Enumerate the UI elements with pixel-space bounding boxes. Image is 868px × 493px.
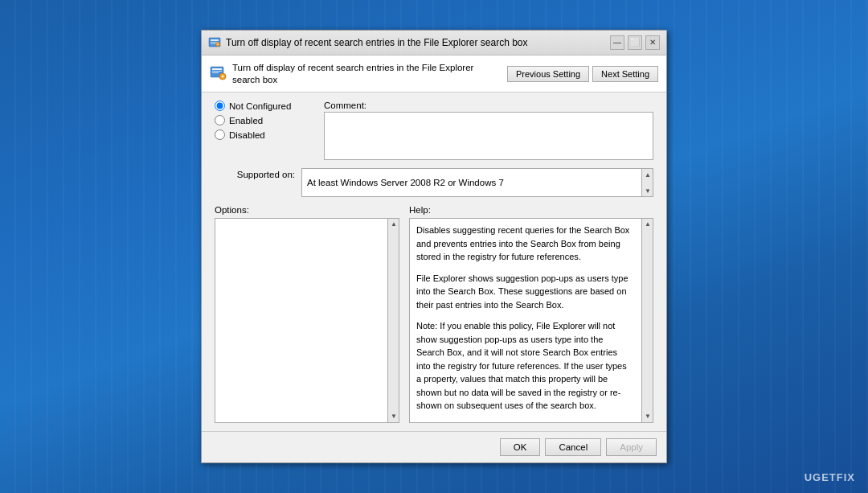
svg-rect-3: [211, 43, 216, 44]
dialog-footer: OK Cancel Apply: [202, 431, 666, 462]
help-box: Disables suggesting recent queries for t…: [409, 218, 653, 423]
main-dialog: Turn off display of recent search entrie…: [201, 30, 667, 464]
options-scrollbar: ▲ ▼: [387, 219, 399, 422]
dialog-content: Not Configured Enabled Disabled Comment:…: [202, 92, 666, 431]
scroll-down-arrow[interactable]: ▼: [642, 185, 653, 196]
window-title: Turn off display of recent search entrie…: [226, 37, 605, 48]
help-scroll-down[interactable]: ▼: [642, 411, 653, 422]
options-scroll-up[interactable]: ▲: [388, 219, 399, 230]
options-scroll-down[interactable]: ▼: [388, 411, 399, 422]
not-configured-label: Not Configured: [229, 101, 291, 111]
not-configured-option[interactable]: Not Configured: [215, 101, 311, 111]
help-scrollbar: ▲ ▼: [641, 219, 653, 422]
enabled-option[interactable]: Enabled: [215, 115, 311, 125]
supported-on-label: Supported on:: [215, 168, 295, 179]
ok-button[interactable]: OK: [500, 438, 541, 456]
disabled-radio[interactable]: [215, 129, 225, 140]
config-section: Not Configured Enabled Disabled Comment:: [215, 101, 653, 160]
svg-rect-1: [211, 39, 219, 41]
close-button[interactable]: ✕: [645, 35, 660, 50]
enabled-radio[interactable]: [215, 115, 225, 125]
help-paragraph-3: Note: If you enable this policy, File Ex…: [416, 319, 646, 413]
enabled-label: Enabled: [229, 116, 263, 125]
scroll-up-arrow[interactable]: ▲: [642, 169, 653, 180]
title-bar: Turn off display of recent search entrie…: [202, 31, 666, 55]
supported-scrollbar: ▲ ▼: [641, 169, 653, 196]
header-left: Turn off display of recent search entrie…: [210, 62, 501, 86]
options-help-section: Options: ▲ ▼ Help: Disables suggesting r…: [215, 205, 653, 423]
header-buttons: Previous Setting Next Setting: [507, 66, 658, 82]
help-label: Help:: [409, 205, 653, 215]
next-setting-button[interactable]: Next Setting: [592, 66, 658, 82]
watermark: UGETFIX: [805, 471, 855, 483]
svg-rect-7: [212, 71, 222, 72]
title-bar-icon: [208, 36, 221, 49]
cancel-button[interactable]: Cancel: [545, 438, 601, 456]
svg-rect-8: [212, 72, 219, 73]
restore-button[interactable]: ⬜: [628, 35, 642, 50]
svg-rect-6: [212, 68, 222, 70]
supported-value: At least Windows Server 2008 R2 or Windo…: [307, 178, 517, 187]
options-panel: Options: ▲ ▼: [215, 205, 399, 423]
previous-setting-button[interactable]: Previous Setting: [507, 66, 589, 82]
radio-group: Not Configured Enabled Disabled: [215, 101, 311, 160]
title-bar-controls: — ⬜ ✕: [610, 35, 660, 50]
disabled-option[interactable]: Disabled: [215, 129, 311, 140]
help-paragraph-2: File Explorer shows suggestion pop-ups a…: [416, 272, 646, 312]
disabled-label: Disabled: [229, 130, 265, 140]
dialog-header: Turn off display of recent search entrie…: [202, 55, 666, 93]
supported-value-box: At least Windows Server 2008 R2 or Windo…: [301, 168, 653, 197]
help-paragraph-1: Disables suggesting recent queries for t…: [416, 224, 646, 264]
supported-row: Supported on: At least Windows Server 20…: [215, 168, 653, 197]
header-policy-title: Turn off display of recent search entrie…: [232, 62, 501, 86]
options-label: Options:: [215, 205, 399, 215]
comment-label: Comment:: [324, 101, 653, 110]
help-scroll-up[interactable]: ▲: [642, 219, 653, 230]
apply-button[interactable]: Apply: [606, 438, 657, 456]
not-configured-radio[interactable]: [215, 101, 225, 111]
help-panel: Help: Disables suggesting recent queries…: [409, 205, 653, 423]
options-box: ▲ ▼: [215, 218, 399, 423]
minimize-button[interactable]: —: [610, 35, 624, 50]
policy-header-icon: [210, 65, 227, 83]
comment-section: Comment:: [324, 101, 653, 160]
comment-textarea[interactable]: [324, 112, 653, 160]
